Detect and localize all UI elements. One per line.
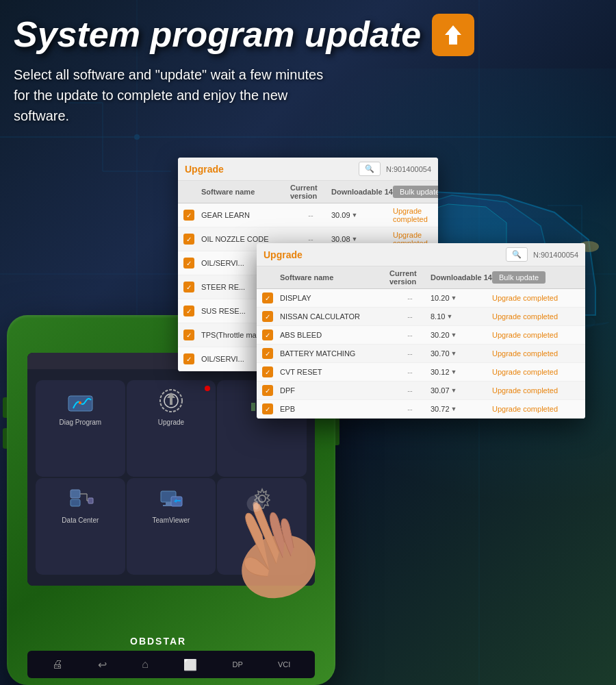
row-checkbox[interactable]: ✓ [262, 366, 273, 377]
row-software-name: BATTERY MATCHING [280, 349, 389, 358]
row-checkbox[interactable]: ✓ [262, 329, 273, 340]
app-upgrade-label: Upgrade [158, 419, 184, 426]
svg-rect-23 [70, 490, 80, 498]
row-downloadable: 30.70▼ [431, 349, 492, 358]
app-data-center[interactable]: Data Center [36, 478, 125, 575]
row-software-name: CVT RESET [280, 368, 389, 376]
row-checkbox[interactable]: ✓ [262, 385, 273, 396]
svg-rect-28 [88, 498, 93, 503]
page-title: System program update [14, 15, 421, 54]
print-nav-icon[interactable]: 🖨 [52, 658, 63, 671]
subtitle-text: Select all software and "update" wait a … [14, 64, 342, 126]
upgrade-panel-front: Upgrade 🔍 N:901400054 Software name Curr… [257, 243, 585, 419]
row-checkbox[interactable]: ✓ [183, 282, 194, 292]
vci-nav-label: VCI [278, 660, 290, 669]
row-checkbox[interactable]: ✓ [183, 210, 194, 221]
table-row: ✓ DISPLAY -- 10.20▼ Upgrade completed [257, 289, 585, 308]
title-icon-box [432, 14, 474, 56]
row-checkbox[interactable]: ✓ [183, 234, 194, 245]
upgrade-icon-img [154, 387, 188, 414]
bulk-update-btn-front[interactable]: Bulk update [492, 271, 546, 284]
row-current-version: -- [389, 331, 431, 339]
col-check [262, 269, 280, 286]
row-software-name: OIL NOZZLE CODE [201, 235, 290, 243]
col-version: Current version [389, 269, 431, 286]
table-row: ✓ GEAR LEARN -- 30.09▼ Upgrade completed [178, 203, 438, 227]
home-nav-icon[interactable]: ⌂ [142, 658, 149, 671]
col-name: Software name [280, 269, 389, 286]
row-downloadable: 10.20▼ [431, 294, 492, 302]
svg-rect-30 [166, 502, 171, 505]
app-diag-program[interactable]: Diag Program [36, 380, 125, 477]
dp-nav-label: DP [232, 660, 242, 669]
col-name: Software name [201, 184, 290, 200]
panel-back-table-header: Software name Current version Downloadab… [178, 181, 438, 203]
row-current-version: -- [389, 294, 431, 302]
col-downloadable: Downloadable 14/14 [431, 269, 492, 286]
table-row: ✓ CVT RESET -- 30.12▼ Upgrade completed [257, 363, 585, 382]
upload-icon [439, 21, 467, 49]
table-row: ✓ DPF -- 30.07▼ Upgrade completed [257, 382, 585, 400]
svg-point-15 [79, 401, 81, 404]
row-downloadable: 30.08▼ [331, 235, 393, 243]
row-downloadable: 30.72▼ [431, 405, 492, 413]
row-checkbox[interactable]: ✓ [183, 258, 194, 269]
row-checkbox[interactable]: ✓ [183, 306, 194, 316]
table-row: ✓ BATTERY MATCHING -- 30.70▼ Upgrade com… [257, 345, 585, 363]
app-data-center-label: Data Center [62, 516, 99, 524]
table-row: ✓ ABS BLEED -- 30.20▼ Upgrade completed [257, 326, 585, 345]
app-upgrade[interactable]: Upgrade [127, 380, 216, 477]
row-checkbox[interactable]: ✓ [262, 348, 273, 359]
col-check [183, 184, 201, 200]
panel-back-header: Upgrade 🔍 N:901400054 [178, 158, 438, 181]
row-checkbox[interactable]: ✓ [262, 292, 273, 303]
main-title-container: System program update [14, 14, 474, 56]
col-bulk: Bulk update [492, 269, 561, 286]
panel-front-search[interactable]: 🔍 [506, 247, 528, 262]
panel-back-search[interactable]: 🔍 [359, 162, 381, 176]
brand-label: OBDSTAR [130, 636, 186, 647]
row-status: Upgrade completed [492, 294, 561, 302]
col-bulk: Bulk update [393, 184, 438, 200]
svg-rect-24 [70, 499, 80, 506]
svg-rect-19 [251, 403, 255, 411]
row-current-version: -- [389, 349, 431, 358]
col-version: Current version [290, 184, 331, 200]
recent-nav-icon[interactable]: ⬜ [183, 658, 197, 671]
panel-front-rows: ✓ DISPLAY -- 10.20▼ Upgrade completed ✓ … [257, 289, 585, 419]
row-checkbox[interactable]: ✓ [183, 353, 194, 364]
side-button-1 [3, 397, 7, 418]
row-current-version: -- [290, 211, 331, 219]
row-current-version: -- [290, 235, 331, 243]
row-status: Upgrade completed [492, 405, 561, 413]
row-checkbox[interactable]: ✓ [262, 403, 273, 414]
row-checkbox[interactable]: ✓ [262, 311, 273, 322]
row-status: Upgrade completed [492, 349, 561, 358]
col-downloadable: Downloadable 14/14 [331, 184, 393, 200]
row-software-name: NISSAN CALCULATOR [280, 312, 389, 321]
row-checkbox[interactable]: ✓ [183, 329, 194, 340]
svg-marker-13 [445, 25, 461, 45]
row-software-name: ABS BLEED [280, 331, 389, 339]
panel-front-header: Upgrade 🔍 N:901400054 [257, 243, 585, 266]
row-current-version: -- [389, 368, 431, 376]
row-status: Upgrade completed [492, 312, 561, 321]
back-nav-icon[interactable]: ↩ [98, 658, 107, 671]
data-center-icon [63, 485, 97, 512]
row-status: Upgrade completed [492, 368, 561, 376]
bulk-update-btn-back[interactable]: Bulk update [393, 186, 438, 198]
device-nav-bar: 🖨 ↩ ⌂ ⬜ DP VCI [27, 651, 315, 678]
search-icon: 🔍 [365, 164, 374, 173]
row-downloadable: 30.12▼ [431, 368, 492, 376]
panel-front-title: Upgrade [264, 249, 500, 260]
row-software-name: DPF [280, 386, 389, 395]
search-icon: 🔍 [512, 250, 522, 259]
panel-back-device-id: N:901400054 [386, 165, 431, 173]
table-row: ✓ NISSAN CALCULATOR -- 8.10▼ Upgrade com… [257, 308, 585, 326]
row-status: Upgrade completed [492, 331, 561, 339]
row-current-version: -- [389, 312, 431, 321]
row-software-name: GEAR LEARN [201, 211, 290, 219]
row-current-version: -- [389, 405, 431, 413]
row-current-version: -- [389, 386, 431, 395]
row-status: Upgrade completed [492, 386, 561, 395]
